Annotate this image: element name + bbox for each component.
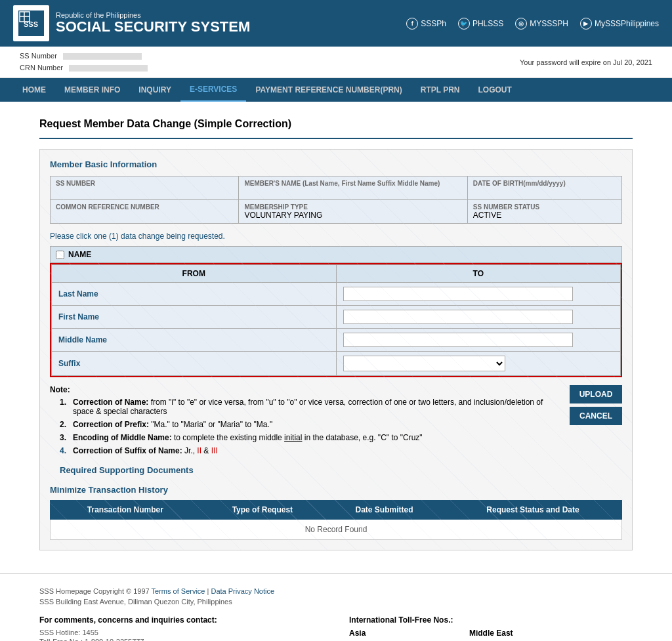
social-facebook[interactable]: f SSSPh	[406, 18, 446, 30]
ss-number-value	[63, 53, 142, 60]
sss-logo-icon: SSS	[13, 5, 49, 41]
middle-name-input-cell	[336, 329, 621, 352]
member-basic-title: Member Basic Information	[50, 159, 622, 169]
navigation: HOME MEMBER INFO INQUIRY E-SERVICES PAYM…	[0, 78, 672, 102]
nav-prn[interactable]: PAYMENT REFERENCE NUMBER(PRN)	[246, 79, 411, 101]
history-table: Transaction Number Type of Request Date …	[50, 500, 622, 540]
user-info: SS Number CRN Number	[20, 51, 148, 73]
footer-copyright: SSS Homepage Copyright © 1997 Terms of S…	[39, 587, 633, 595]
privacy-link[interactable]: Data Privacy Notice	[211, 587, 274, 595]
logo-text: Republic of the Philippines SOCIAL SECUR…	[56, 11, 250, 35]
list-item: 4. Correction of Suffix of Name: Jr., II…	[60, 446, 560, 455]
note-num-3: 3.	[60, 433, 69, 442]
last-name-input[interactable]	[343, 287, 574, 301]
crn-field-label: COMMON REFERENCE NUMBER	[56, 203, 233, 211]
dob-field-label: DATE OF BIRTH(mm/dd/yyyy)	[473, 180, 616, 187]
footer-intl-title: International Toll-Free Nos.:	[349, 615, 633, 625]
footer-contact-col: For comments, concerns and inquiries con…	[39, 615, 323, 641]
name-table: FROM TO Last Name First Name	[51, 264, 621, 376]
social-links: f SSSPh 🐦 PHLSSS ◎ MYSSSPH ▶ MySSSPhilip…	[406, 18, 659, 30]
click-notice: Please click one (1) data change being r…	[50, 232, 622, 241]
crn-number-value	[69, 65, 148, 72]
note-with-buttons: Note: 1. Correction of Name: from "i" to…	[50, 385, 622, 485]
me-title: Middle East	[469, 629, 561, 638]
history-col-date: Date Submitted	[325, 501, 444, 520]
note-num-4: 4.	[60, 446, 69, 455]
first-name-label: First Name	[52, 306, 337, 329]
instagram-icon: ◎	[515, 18, 527, 30]
dob-field-value	[473, 187, 616, 196]
table-row: First Name	[52, 306, 621, 329]
suffix-select[interactable]: Jr. Sr. II III IV	[343, 356, 506, 371]
social-instagram[interactable]: ◎ MYSSSPH	[515, 18, 568, 30]
col-from-header: FROM	[52, 265, 337, 283]
first-name-input-cell	[336, 306, 621, 329]
list-item: 1. Correction of Name: from "i" to "e" o…	[60, 398, 560, 416]
nav-inquiry[interactable]: INQUIRY	[129, 79, 180, 101]
ss-number-field-value	[56, 187, 233, 196]
first-name-input[interactable]	[343, 310, 574, 324]
note-num-1: 1.	[60, 398, 69, 407]
footer-columns: For comments, concerns and inquiries con…	[39, 615, 633, 641]
footer-intl-col: International Toll-Free Nos.: Asia Hongk…	[349, 615, 633, 641]
table-row: No Record Found	[51, 520, 622, 540]
twitter-icon: 🐦	[458, 18, 470, 30]
list-item: 3. Encoding of Middle Name: to complete …	[60, 433, 560, 442]
upload-button[interactable]: UPLOAD	[570, 385, 622, 403]
last-name-label: Last Name	[52, 283, 337, 306]
member-name-field-label: MEMBER'S NAME (Last Name, First Name Suf…	[244, 180, 461, 187]
table-row: Middle Name	[52, 329, 621, 352]
top-info-bar: SS Number CRN Number Your password will …	[0, 47, 672, 78]
social-twitter[interactable]: 🐦 PHLSSS	[458, 18, 503, 30]
note-text-2: Correction of Prefix: "Ma." to "Maria" o…	[73, 420, 272, 429]
ss-number-label: SS Number	[20, 52, 57, 60]
twitter-label: PHLSSS	[472, 19, 503, 28]
ss-status-value: ACTIVE	[473, 211, 616, 220]
member-name-field-value	[244, 187, 461, 196]
nav-member-info[interactable]: MEMBER INFO	[55, 79, 129, 101]
footer-hotline: SSS Hotline: 1455	[39, 629, 323, 636]
header: SSS Republic of the Philippines SOCIAL S…	[0, 0, 672, 47]
last-name-input-cell	[336, 283, 621, 306]
copyright-text: SSS Homepage Copyright © 1997	[39, 587, 152, 595]
history-col-status: Request Status and Date	[444, 501, 621, 520]
middle-name-input[interactable]	[343, 333, 574, 347]
table-row: Last Name	[52, 283, 621, 306]
name-section-header: NAME	[50, 246, 622, 263]
history-col-transaction: Transaction Number	[51, 501, 201, 520]
membership-type-label: MEMBERSHIP TYPE	[244, 203, 461, 211]
youtube-icon: ▶	[580, 18, 592, 30]
social-youtube[interactable]: ▶ MySSSPhilippines	[580, 18, 659, 30]
logo-area: SSS Republic of the Philippines SOCIAL S…	[13, 5, 250, 41]
footer-region-asia: Asia Hongkong: 001-800-0225-5777 Singapo…	[349, 629, 450, 641]
middle-name-label: Middle Name	[52, 329, 337, 352]
minimize-history-link[interactable]: Minimize Transaction History	[50, 485, 622, 495]
instagram-label: MYSSSPH	[530, 19, 568, 28]
footer-region-middle-east: Middle East Qatar: 00800-100-260 UAE: 80…	[469, 629, 561, 641]
nav-rtpl-prn[interactable]: RTPL PRN	[411, 79, 469, 101]
note-text-4: Correction of Suffix of Name: Jr., II & …	[73, 446, 218, 455]
footer-address: SSS Building East Avenue, Diliman Quezon…	[39, 598, 633, 606]
note-label: Note:	[50, 385, 560, 394]
suffix-label: Suffix	[52, 352, 337, 376]
nav-eservices[interactable]: E-SERVICES	[180, 78, 246, 102]
name-section-label: NAME	[68, 250, 91, 259]
history-col-type: Type of Request	[200, 501, 324, 520]
note-text-3: Encoding of Middle Name: to complete the…	[73, 433, 423, 442]
footer-intl-regions: Asia Hongkong: 001-800-0225-5777 Singapo…	[349, 629, 633, 641]
youtube-label: MySSSPhilippines	[595, 19, 659, 28]
suffix-input-cell: Jr. Sr. II III IV	[336, 352, 621, 376]
cancel-button[interactable]: CANCEL	[570, 407, 622, 425]
required-docs-link[interactable]: Required Supporting Documents	[60, 465, 560, 475]
crn-number-label: CRN Number	[20, 64, 63, 72]
note-content: Note: 1. Correction of Name: from "i" to…	[50, 385, 560, 485]
facebook-icon: f	[406, 18, 418, 30]
footer: SSS Homepage Copyright © 1997 Terms of S…	[0, 573, 672, 641]
note-list: 1. Correction of Name: from "i" to "e" o…	[60, 398, 560, 455]
nav-home[interactable]: HOME	[13, 79, 55, 101]
name-checkbox[interactable]	[56, 251, 64, 259]
nav-logout[interactable]: LOGOUT	[469, 79, 521, 101]
terms-link[interactable]: Terms of Service	[152, 587, 205, 595]
page-title: Request Member Data Change (Simple Corre…	[39, 112, 633, 139]
footer-tollfree: Toll-Free No.: 1-800-10-2255777	[39, 638, 323, 641]
